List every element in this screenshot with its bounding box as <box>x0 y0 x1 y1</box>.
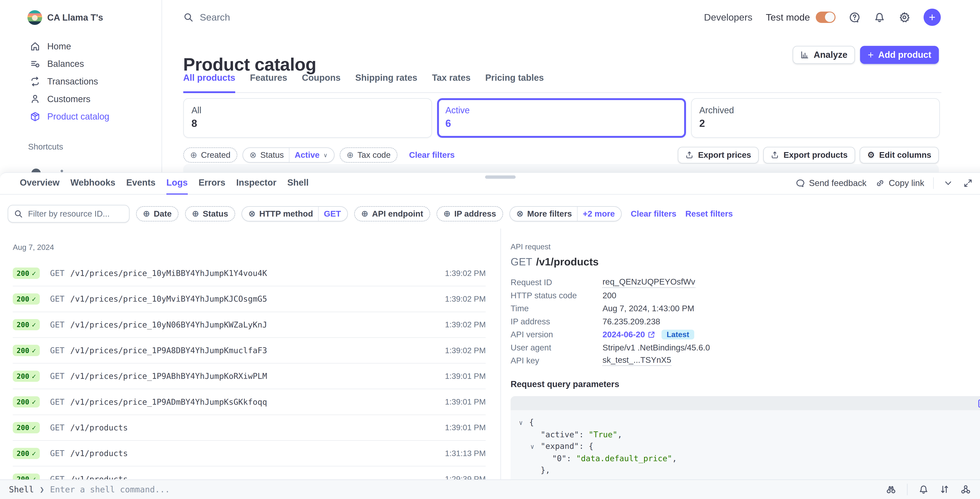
webhooks-icon[interactable] <box>961 484 971 494</box>
settings-gear-icon[interactable] <box>899 11 910 23</box>
edit-columns-button[interactable]: ⚙Edit columns <box>860 147 939 164</box>
status-badge: 200✓ <box>13 396 40 407</box>
log-method: GET <box>50 372 65 381</box>
add-filter-icon: ⊕ <box>347 151 353 159</box>
sidebar-item-product-catalog[interactable]: Product catalog <box>0 108 162 126</box>
check-icon: ✓ <box>32 321 36 329</box>
action-label: Export prices <box>698 150 751 160</box>
binoculars-icon[interactable] <box>886 484 896 494</box>
collapse-chevron-icon[interactable]: ∨ <box>530 441 541 453</box>
json-line: "active": "True", <box>519 429 980 440</box>
export-prices-button[interactable]: Export prices <box>678 147 759 164</box>
search-icon <box>14 209 23 218</box>
field-value[interactable]: req_QENzUQPEYOsfWv <box>603 277 695 288</box>
collapse-chevron-icon[interactable] <box>943 178 953 189</box>
log-path: /v1/prices/price_10yMviBY4YhJumpKJCOsgmG… <box>70 294 267 304</box>
copy-link-button[interactable]: Copy link <box>875 178 924 188</box>
card-count: 8 <box>191 118 424 129</box>
logs-filter-pill-http-method[interactable]: ⊗HTTP methodGET <box>242 206 348 221</box>
copy-clipboard-icon[interactable] <box>977 398 980 408</box>
logs-filter-pill-date[interactable]: ⊕Date <box>136 206 179 221</box>
devtools-tab-inspector[interactable]: Inspector <box>236 178 276 195</box>
logs-filter-pill-api-endpoint[interactable]: ⊕API endpoint <box>354 206 430 221</box>
field-value-text: 200 <box>603 291 616 300</box>
sidebar-item-home[interactable]: Home <box>0 38 162 55</box>
status-badge: 200✓ <box>13 422 40 433</box>
filter-pill-tax-code[interactable]: ⊕Tax code <box>340 148 398 163</box>
filter-pill-created[interactable]: ⊕Created <box>183 148 237 163</box>
devtools-tab-shell[interactable]: Shell <box>287 178 309 195</box>
logs-filter-pill-more-filters[interactable]: ⊗More filters+2 more <box>509 206 622 221</box>
log-row[interactable]: 200✓GET/v1/prices/price_10yMviBY4YhJumpK… <box>13 286 486 312</box>
sidebar-item-balances[interactable]: Balances <box>0 55 162 73</box>
clear-filters-link[interactable]: Clear filters <box>409 150 455 160</box>
api-version-link[interactable]: 2024-06-20 <box>603 330 655 339</box>
log-row[interactable]: 200✓GET/v1/products1:29:39 PM <box>13 466 486 479</box>
search-placeholder: Search <box>200 12 230 23</box>
field-value[interactable]: sk_test_...TSYnX5 <box>603 355 671 366</box>
logs-filter-pill-ip-address[interactable]: ⊕IP address <box>436 206 503 221</box>
field-label: Time <box>511 304 603 313</box>
log-row[interactable]: 200✓GET/v1/products1:39:01 PM <box>13 415 486 441</box>
log-path: /v1/prices/price_10yMiBBY4YhJumpK1Y4vou4… <box>70 269 267 278</box>
global-search[interactable]: Search <box>183 12 704 23</box>
devtools-tab-errors[interactable]: Errors <box>199 178 225 195</box>
alerts-bell-icon[interactable] <box>918 484 929 494</box>
add-product-button[interactable]: + Add product <box>860 46 939 64</box>
check-icon: ✓ <box>32 269 36 277</box>
log-row[interactable]: 200✓GET/v1/prices/price_1P9ADmBY4YhJumpK… <box>13 389 486 415</box>
customers-icon <box>30 94 40 104</box>
collapse-chevron-icon[interactable]: ∨ <box>519 417 529 429</box>
tab-coupons[interactable]: Coupons <box>302 73 340 93</box>
pill-label: Created <box>201 150 231 160</box>
link-icon <box>875 178 885 188</box>
send-feedback-button[interactable]: Send feedback <box>795 178 867 188</box>
pill-divider <box>289 148 290 162</box>
json-line: "0": "data.default_price", <box>519 453 980 464</box>
pill-divider <box>577 207 578 221</box>
devtools-tab-overview[interactable]: Overview <box>20 178 60 195</box>
add-filter-icon: ⊕ <box>361 210 368 218</box>
export-products-button[interactable]: Export products <box>763 147 855 164</box>
log-row[interactable]: 200✓GET/v1/products1:31:13 PM <box>13 441 486 466</box>
analyze-button[interactable]: Analyze <box>792 46 855 64</box>
notifications-bell-icon[interactable] <box>874 11 885 23</box>
account-name: CA Llama T's <box>47 13 103 23</box>
card-label: All <box>191 105 424 116</box>
clear-filters-link[interactable]: Clear filters <box>631 209 676 219</box>
summary-card-all[interactable]: All8 <box>183 98 432 138</box>
logs-filter-pill-status[interactable]: ⊕Status <box>185 206 235 221</box>
expand-icon[interactable] <box>963 178 973 189</box>
field-value[interactable]: 2024-06-20Latest <box>603 330 694 340</box>
devtools-tab-webhooks[interactable]: Webhooks <box>70 178 115 195</box>
reset-filters-link[interactable]: Reset filters <box>685 209 733 219</box>
devtools-tab-events[interactable]: Events <box>126 178 156 195</box>
tab-shipping-rates[interactable]: Shipping rates <box>355 73 417 93</box>
summary-card-active[interactable]: Active6 <box>437 98 686 138</box>
resource-id-filter-input[interactable]: Filter by resource ID... <box>8 205 130 222</box>
filter-pill-status[interactable]: ⊗StatusActive∨ <box>242 148 334 163</box>
help-icon[interactable] <box>849 11 861 23</box>
tab-pricing-tables[interactable]: Pricing tables <box>485 73 544 93</box>
developers-link[interactable]: Developers <box>704 12 752 23</box>
tab-all-products[interactable]: All products <box>183 73 235 93</box>
create-plus-button[interactable]: + <box>924 9 941 26</box>
api-request-detail: API request GET/v1/products Request IDre… <box>502 229 980 479</box>
sidebar-item-customers[interactable]: Customers <box>0 91 162 108</box>
log-row[interactable]: 200✓GET/v1/prices/price_10yMiBBY4YhJumpK… <box>13 261 486 286</box>
shell-command-input[interactable]: Enter a shell command... <box>50 485 170 494</box>
card-label: Active <box>445 105 678 116</box>
test-mode-toggle[interactable] <box>816 11 835 23</box>
account-switcher[interactable]: CA Llama T's <box>0 0 162 25</box>
shell-icons-divider <box>907 484 907 495</box>
devtools-tab-logs[interactable]: Logs <box>166 178 188 195</box>
tab-features[interactable]: Features <box>250 73 287 93</box>
log-row[interactable]: 200✓GET/v1/prices/price_1P9A8DBY4YhJumpK… <box>13 338 486 364</box>
tab-tax-rates[interactable]: Tax rates <box>432 73 471 93</box>
requests-updown-arrows-icon[interactable] <box>939 484 950 494</box>
sidebar-item-transactions[interactable]: Transactions <box>0 73 162 91</box>
summary-card-archived[interactable]: Archived2 <box>691 98 940 138</box>
log-row[interactable]: 200✓GET/v1/prices/price_1P9ABhBY4YhJumpK… <box>13 364 486 389</box>
log-row[interactable]: 200✓GET/v1/prices/price_10yN06BY4YhJumpK… <box>13 312 486 338</box>
log-time: 1:39:01 PM <box>445 397 486 407</box>
